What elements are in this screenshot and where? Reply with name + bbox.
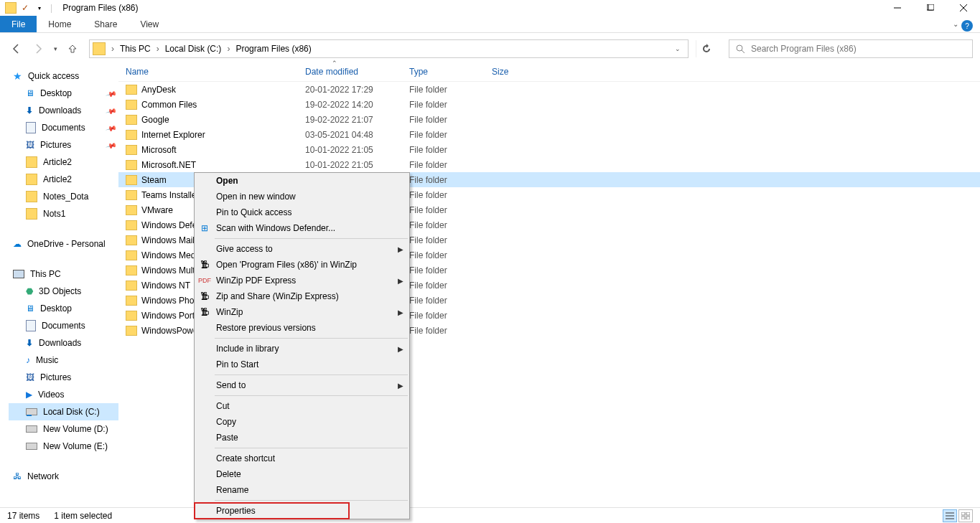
desktop-icon: 🖥 (26, 303, 34, 314)
tab-file[interactable]: File (0, 16, 37, 32)
table-row[interactable]: AnyDesk20-01-2022 17:29File folder (118, 82, 980, 97)
cm-create-shortcut[interactable]: Create shortcut (195, 451, 409, 466)
sidebar-nots1[interactable]: Nots1 (9, 205, 118, 222)
cm-separator (215, 338, 408, 339)
crumb-sep-icon[interactable]: › (223, 44, 234, 54)
address-bar[interactable]: › This PC › Local Disk (C:) › Program Fi… (89, 39, 689, 58)
sidebar-desktop[interactable]: 🖥Desktop📌 (9, 85, 118, 102)
cm-separator (215, 500, 408, 501)
qat-properties-icon[interactable]: ✓ (19, 1, 32, 14)
up-button[interactable] (63, 39, 82, 58)
cm-zip-share[interactable]: 🗜Zip and Share (WinZip Express) (195, 288, 409, 304)
cm-properties[interactable]: Properties (195, 503, 349, 519)
cm-rename[interactable]: Rename (195, 482, 409, 498)
cm-pin-start[interactable]: Pin to Start (195, 357, 409, 372)
sidebar-desktop2[interactable]: 🖥Desktop (9, 300, 118, 317)
minimize-button[interactable] (881, 0, 914, 16)
table-row[interactable]: Common Files19-02-2022 14:20File folder (118, 97, 980, 112)
crumb-thispc[interactable]: This PC (118, 44, 152, 54)
sidebar-pictures[interactable]: 🖼Pictures📌 (9, 136, 118, 154)
address-dropdown-icon[interactable]: ⌄ (671, 45, 685, 52)
sidebar-videos[interactable]: ▶Videos (9, 386, 118, 403)
sidebar-thispc[interactable]: This PC (9, 265, 118, 283)
sidebar-downloads[interactable]: ⬇Downloads📌 (9, 102, 118, 119)
submenu-arrow-icon: ▶ (398, 308, 403, 316)
sidebar-music[interactable]: ♪Music (9, 352, 118, 369)
row-type: File folder (409, 160, 492, 170)
help-icon[interactable]: ? (961, 20, 973, 32)
tab-home[interactable]: Home (37, 16, 83, 32)
cm-open-winzip[interactable]: 🗜Open 'Program Files (x86)' in WinZip (195, 257, 409, 273)
cm-open-new-window[interactable]: Open in new window (195, 189, 409, 204)
cm-copy[interactable]: Copy (195, 414, 409, 430)
sidebar-onedrive[interactable]: ☁OneDrive - Personal (9, 235, 118, 253)
disk-icon (26, 408, 37, 415)
close-button[interactable] (947, 0, 980, 16)
sidebar-downloads2[interactable]: ⬇Downloads (9, 334, 118, 352)
cm-winzip-pdf[interactable]: PDFWinZip PDF Express▶ (195, 273, 409, 288)
cm-winzip[interactable]: 🗜WinZip▶ (195, 304, 409, 320)
sidebar-documents[interactable]: Documents📌 (9, 119, 118, 136)
back-button[interactable] (7, 39, 26, 58)
sidebar-vole[interactable]: New Volume (E:) (9, 438, 118, 455)
cm-delete[interactable]: Delete (195, 466, 409, 482)
ribbon-expand-icon[interactable]: ⌄ (953, 20, 958, 28)
row-date: 10-01-2022 21:05 (305, 145, 409, 155)
desktop-icon: 🖥 (26, 88, 34, 98)
winzip-icon: 🗜 (199, 259, 210, 270)
cm-restore-versions[interactable]: Restore previous versions (195, 320, 409, 336)
col-date[interactable]: Date modified (305, 67, 409, 77)
tab-view[interactable]: View (129, 16, 170, 32)
maximize-button[interactable] (914, 0, 947, 16)
crumb-sep-icon[interactable]: › (152, 44, 164, 54)
view-details-button[interactable] (943, 509, 957, 522)
forward-button[interactable] (29, 39, 47, 58)
col-type[interactable]: Type (409, 67, 492, 77)
sidebar-localc[interactable]: Local Disk (C:) (9, 403, 118, 420)
cm-pin-quick-access[interactable]: Pin to Quick access (195, 204, 409, 220)
col-size[interactable]: Size (492, 67, 549, 77)
sidebar-vold[interactable]: New Volume (D:) (9, 420, 118, 438)
crumb-current[interactable]: Program Files (x86) (234, 44, 312, 54)
sidebar-pictures2[interactable]: 🖼Pictures (9, 369, 118, 386)
qat-dropdown-icon[interactable]: ▾ (33, 1, 46, 14)
refresh-button[interactable] (696, 40, 716, 57)
sidebar-article2b[interactable]: Article2 (9, 171, 118, 188)
folder-icon (126, 130, 137, 140)
row-type: File folder (409, 281, 492, 291)
sidebar-article2a[interactable]: Article2 (9, 154, 118, 171)
cm-paste[interactable]: Paste (195, 430, 409, 446)
pin-icon: 📌 (106, 88, 117, 99)
sidebar-documents2[interactable]: Documents (9, 317, 118, 334)
folder-icon (126, 115, 137, 125)
sidebar-network[interactable]: 🖧Network (9, 468, 118, 485)
crumb-sep-icon[interactable]: › (107, 44, 118, 54)
svg-rect-13 (966, 517, 970, 519)
folder-icon (126, 100, 137, 110)
row-name: Microsoft.NET (141, 160, 196, 170)
table-row[interactable]: Google19-02-2022 21:07File folder (118, 112, 980, 127)
pdf-icon: PDF (199, 275, 210, 286)
svg-point-5 (737, 45, 742, 51)
history-dropdown[interactable]: ▾ (50, 39, 60, 58)
cm-include-library[interactable]: Include in library▶ (195, 341, 409, 357)
row-date: 20-01-2022 17:29 (305, 85, 409, 95)
cm-send-to[interactable]: Send to▶ (195, 377, 409, 393)
tab-share[interactable]: Share (83, 16, 129, 32)
cm-open[interactable]: Open (195, 173, 409, 189)
sidebar-3dobjects[interactable]: ⬣3D Objects (9, 283, 118, 300)
cm-give-access[interactable]: Give access to▶ (195, 241, 409, 257)
table-row[interactable]: Internet Explorer03-05-2021 04:48File fo… (118, 127, 980, 142)
view-icons-button[interactable] (958, 509, 973, 522)
navbar: ▾ › This PC › Local Disk (C:) › Program … (0, 36, 980, 62)
sidebar-quick-access[interactable]: ★Quick access (9, 67, 118, 85)
submenu-arrow-icon: ▶ (398, 277, 403, 285)
table-row[interactable]: Microsoft10-01-2022 21:05File folder (118, 142, 980, 157)
crumb-localc[interactable]: Local Disk (C:) (164, 44, 223, 54)
sidebar-notes-dota[interactable]: Notes_Dota (9, 188, 118, 205)
cm-scan-defender[interactable]: ⊞Scan with Windows Defender... (195, 220, 409, 236)
table-row[interactable]: Microsoft.NET10-01-2022 21:05File folder (118, 157, 980, 172)
cm-cut[interactable]: Cut (195, 398, 409, 414)
col-name[interactable]: Name (118, 67, 305, 77)
search-input[interactable]: Search Program Files (x86) (729, 39, 973, 58)
